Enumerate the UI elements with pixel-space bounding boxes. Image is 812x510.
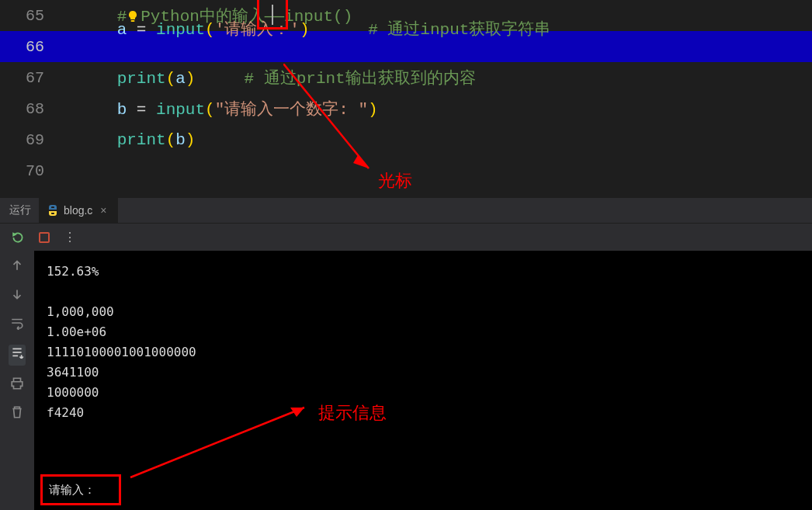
- annotation-label-cursor: 光标: [378, 169, 412, 193]
- console-line: 1,000,000: [47, 302, 800, 322]
- console-line: 3641100: [47, 363, 800, 383]
- code-line[interactable]: 69 print(b): [0, 124, 812, 155]
- console-line: 152.63%: [47, 262, 800, 282]
- run-toolbar: ⋮: [0, 223, 812, 251]
- console-line: f4240: [47, 403, 800, 423]
- line-number: 70: [0, 162, 58, 180]
- console-line: [47, 282, 800, 302]
- close-icon[interactable]: ×: [97, 204, 109, 217]
- stop-icon[interactable]: [37, 231, 51, 245]
- console-side-toolbar: [0, 251, 34, 510]
- text-cursor: [272, 5, 273, 25]
- line-number: 65: [0, 7, 58, 25]
- scroll-to-end-icon[interactable]: [9, 345, 26, 366]
- code-editor[interactable]: 65 #Python中的输入——input() 66 a = input('请输…: [0, 0, 812, 198]
- console-output[interactable]: 152.63% 1,000,000 1.00e+06 1111010000100…: [34, 251, 812, 510]
- run-tab-bar: 运行 blog.c ×: [0, 198, 812, 223]
- more-icon[interactable]: ⋮: [64, 230, 76, 245]
- python-icon: [47, 204, 59, 217]
- tab-label: blog.c: [64, 204, 92, 217]
- line-number: 69: [0, 131, 58, 149]
- arrow-down-icon[interactable]: [10, 287, 24, 305]
- line-number: 67: [0, 69, 58, 87]
- run-title: 运行: [9, 203, 31, 217]
- soft-wrap-icon[interactable]: [10, 316, 24, 334]
- arrow-up-icon[interactable]: [10, 258, 24, 276]
- rerun-icon[interactable]: [11, 231, 25, 245]
- run-tab[interactable]: blog.c ×: [39, 198, 118, 223]
- input-prompt-text: 请输入：: [49, 483, 95, 496]
- console-line: 11110100001001000000: [47, 342, 800, 363]
- annotation-box-prompt: 请输入：: [40, 474, 121, 505]
- line-number: 68: [0, 100, 58, 118]
- annotation-label-prompt: 提示信息: [318, 401, 387, 425]
- print-icon[interactable]: [10, 376, 24, 394]
- console-line: 1000000: [47, 383, 800, 403]
- line-number: 66: [0, 38, 58, 56]
- console-line: 1.00e+06: [47, 322, 800, 342]
- run-panel: 运行 blog.c × ⋮ 152.63%: [0, 198, 812, 510]
- trash-icon[interactable]: [10, 405, 24, 423]
